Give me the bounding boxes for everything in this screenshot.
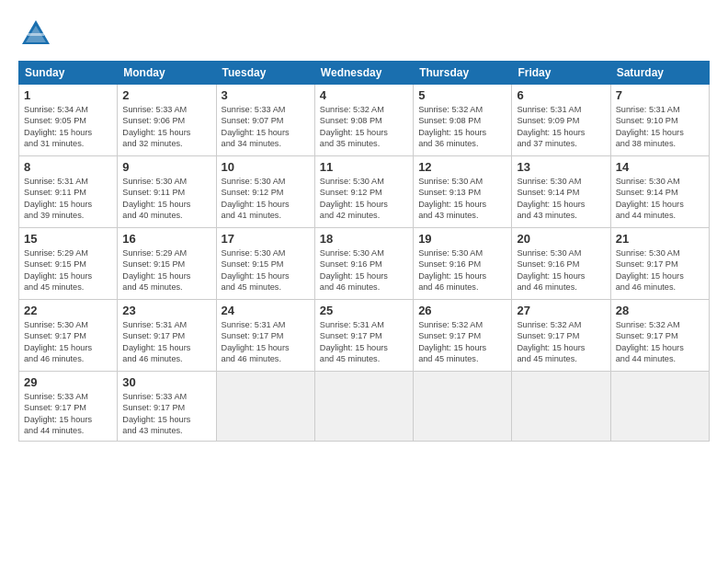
day-cell bbox=[314, 372, 413, 442]
week-row-1: 1Sunrise: 5:34 AM Sunset: 9:05 PM Daylig… bbox=[19, 85, 710, 156]
day-number: 25 bbox=[320, 304, 408, 317]
day-cell: 14Sunrise: 5:30 AM Sunset: 9:14 PM Dayli… bbox=[610, 156, 709, 228]
day-number: 24 bbox=[222, 304, 310, 317]
week-row-4: 22Sunrise: 5:30 AM Sunset: 9:17 PM Dayli… bbox=[19, 300, 710, 372]
day-cell: 26Sunrise: 5:32 AM Sunset: 9:17 PM Dayli… bbox=[414, 300, 512, 372]
day-cell: 22Sunrise: 5:30 AM Sunset: 9:17 PM Dayli… bbox=[19, 300, 118, 372]
day-cell bbox=[512, 372, 610, 442]
calendar-table: SundayMondayTuesdayWednesdayThursdayFrid… bbox=[18, 61, 710, 442]
day-number: 27 bbox=[517, 304, 605, 317]
day-cell: 13Sunrise: 5:30 AM Sunset: 9:14 PM Dayli… bbox=[512, 156, 610, 228]
day-info: Sunrise: 5:30 AM Sunset: 9:16 PM Dayligh… bbox=[418, 247, 506, 293]
day-info: Sunrise: 5:32 AM Sunset: 9:17 PM Dayligh… bbox=[418, 319, 506, 365]
day-number: 28 bbox=[616, 304, 704, 317]
day-cell: 16Sunrise: 5:29 AM Sunset: 9:15 PM Dayli… bbox=[118, 228, 216, 300]
day-info: Sunrise: 5:30 AM Sunset: 9:17 PM Dayligh… bbox=[24, 319, 112, 365]
logo-icon bbox=[18, 17, 53, 52]
day-number: 9 bbox=[122, 160, 210, 174]
week-row-5: 29Sunrise: 5:33 AM Sunset: 9:17 PM Dayli… bbox=[19, 372, 710, 442]
day-cell: 24Sunrise: 5:31 AM Sunset: 9:17 PM Dayli… bbox=[216, 300, 314, 372]
week-row-2: 8Sunrise: 5:31 AM Sunset: 9:11 PM Daylig… bbox=[19, 156, 710, 228]
day-number: 12 bbox=[418, 160, 506, 174]
day-number: 14 bbox=[616, 160, 704, 174]
day-info: Sunrise: 5:31 AM Sunset: 9:11 PM Dayligh… bbox=[24, 176, 112, 222]
day-number: 15 bbox=[24, 232, 112, 246]
day-number: 21 bbox=[616, 232, 704, 246]
day-cell: 2Sunrise: 5:33 AM Sunset: 9:06 PM Daylig… bbox=[118, 85, 216, 156]
day-cell bbox=[216, 372, 314, 442]
week-row-3: 15Sunrise: 5:29 AM Sunset: 9:15 PM Dayli… bbox=[19, 228, 710, 300]
day-cell: 17Sunrise: 5:30 AM Sunset: 9:15 PM Dayli… bbox=[216, 228, 314, 300]
day-cell: 8Sunrise: 5:31 AM Sunset: 9:11 PM Daylig… bbox=[19, 156, 118, 228]
day-info: Sunrise: 5:30 AM Sunset: 9:17 PM Dayligh… bbox=[616, 247, 704, 293]
col-header-saturday: Saturday bbox=[610, 62, 709, 85]
day-number: 7 bbox=[616, 88, 704, 102]
day-info: Sunrise: 5:30 AM Sunset: 9:14 PM Dayligh… bbox=[517, 176, 605, 222]
col-header-tuesday: Tuesday bbox=[216, 62, 314, 85]
day-number: 17 bbox=[222, 232, 310, 246]
header bbox=[18, 17, 710, 52]
day-number: 16 bbox=[122, 232, 210, 246]
day-cell: 30Sunrise: 5:33 AM Sunset: 9:17 PM Dayli… bbox=[118, 372, 216, 442]
day-cell bbox=[610, 372, 709, 442]
day-number: 29 bbox=[24, 375, 112, 389]
day-cell: 28Sunrise: 5:32 AM Sunset: 9:17 PM Dayli… bbox=[610, 300, 709, 372]
day-info: Sunrise: 5:31 AM Sunset: 9:17 PM Dayligh… bbox=[320, 319, 408, 365]
day-cell: 21Sunrise: 5:30 AM Sunset: 9:17 PM Dayli… bbox=[610, 228, 709, 300]
day-number: 30 bbox=[122, 375, 210, 389]
day-cell: 27Sunrise: 5:32 AM Sunset: 9:17 PM Dayli… bbox=[512, 300, 610, 372]
day-cell: 9Sunrise: 5:30 AM Sunset: 9:11 PM Daylig… bbox=[118, 156, 216, 228]
day-number: 13 bbox=[517, 160, 605, 174]
day-cell: 18Sunrise: 5:30 AM Sunset: 9:16 PM Dayli… bbox=[314, 228, 413, 300]
day-info: Sunrise: 5:30 AM Sunset: 9:13 PM Dayligh… bbox=[418, 176, 506, 222]
day-info: Sunrise: 5:30 AM Sunset: 9:14 PM Dayligh… bbox=[616, 176, 704, 222]
day-info: Sunrise: 5:33 AM Sunset: 9:06 PM Dayligh… bbox=[122, 104, 210, 150]
day-number: 26 bbox=[418, 304, 506, 317]
day-info: Sunrise: 5:31 AM Sunset: 9:17 PM Dayligh… bbox=[122, 319, 210, 365]
day-number: 6 bbox=[517, 88, 605, 102]
day-number: 1 bbox=[24, 88, 112, 102]
day-cell: 19Sunrise: 5:30 AM Sunset: 9:16 PM Dayli… bbox=[414, 228, 512, 300]
svg-rect-2 bbox=[28, 33, 44, 36]
day-cell: 12Sunrise: 5:30 AM Sunset: 9:13 PM Dayli… bbox=[414, 156, 512, 228]
day-info: Sunrise: 5:30 AM Sunset: 9:16 PM Dayligh… bbox=[517, 247, 605, 293]
day-info: Sunrise: 5:29 AM Sunset: 9:15 PM Dayligh… bbox=[122, 247, 210, 293]
day-cell: 10Sunrise: 5:30 AM Sunset: 9:12 PM Dayli… bbox=[216, 156, 314, 228]
day-number: 3 bbox=[222, 88, 310, 102]
col-header-monday: Monday bbox=[118, 62, 216, 85]
day-cell: 11Sunrise: 5:30 AM Sunset: 9:12 PM Dayli… bbox=[314, 156, 413, 228]
logo bbox=[18, 17, 59, 52]
col-header-thursday: Thursday bbox=[414, 62, 512, 85]
day-number: 10 bbox=[222, 160, 310, 174]
day-number: 8 bbox=[24, 160, 112, 174]
col-header-sunday: Sunday bbox=[19, 62, 118, 85]
day-info: Sunrise: 5:30 AM Sunset: 9:15 PM Dayligh… bbox=[222, 247, 310, 293]
day-number: 11 bbox=[320, 160, 408, 174]
day-info: Sunrise: 5:31 AM Sunset: 9:09 PM Dayligh… bbox=[517, 104, 605, 150]
day-info: Sunrise: 5:33 AM Sunset: 9:17 PM Dayligh… bbox=[24, 391, 112, 437]
day-info: Sunrise: 5:33 AM Sunset: 9:07 PM Dayligh… bbox=[222, 104, 310, 150]
day-info: Sunrise: 5:30 AM Sunset: 9:16 PM Dayligh… bbox=[320, 247, 408, 293]
header-row: SundayMondayTuesdayWednesdayThursdayFrid… bbox=[19, 62, 710, 85]
day-number: 5 bbox=[418, 88, 506, 102]
day-number: 23 bbox=[122, 304, 210, 317]
day-cell bbox=[414, 372, 512, 442]
day-info: Sunrise: 5:32 AM Sunset: 9:17 PM Dayligh… bbox=[616, 319, 704, 365]
page: SundayMondayTuesdayWednesdayThursdayFrid… bbox=[0, 0, 728, 563]
day-cell: 6Sunrise: 5:31 AM Sunset: 9:09 PM Daylig… bbox=[512, 85, 610, 156]
col-header-friday: Friday bbox=[512, 62, 610, 85]
day-info: Sunrise: 5:33 AM Sunset: 9:17 PM Dayligh… bbox=[122, 391, 210, 437]
day-cell: 5Sunrise: 5:32 AM Sunset: 9:08 PM Daylig… bbox=[414, 85, 512, 156]
col-header-wednesday: Wednesday bbox=[314, 62, 413, 85]
day-cell: 20Sunrise: 5:30 AM Sunset: 9:16 PM Dayli… bbox=[512, 228, 610, 300]
day-info: Sunrise: 5:30 AM Sunset: 9:12 PM Dayligh… bbox=[222, 176, 310, 222]
day-cell: 29Sunrise: 5:33 AM Sunset: 9:17 PM Dayli… bbox=[19, 372, 118, 442]
day-cell: 1Sunrise: 5:34 AM Sunset: 9:05 PM Daylig… bbox=[19, 85, 118, 156]
day-cell: 7Sunrise: 5:31 AM Sunset: 9:10 PM Daylig… bbox=[610, 85, 709, 156]
day-info: Sunrise: 5:30 AM Sunset: 9:11 PM Dayligh… bbox=[122, 176, 210, 222]
day-number: 19 bbox=[418, 232, 506, 246]
day-number: 2 bbox=[122, 88, 210, 102]
day-info: Sunrise: 5:32 AM Sunset: 9:08 PM Dayligh… bbox=[418, 104, 506, 150]
day-number: 22 bbox=[24, 304, 112, 317]
day-info: Sunrise: 5:31 AM Sunset: 9:17 PM Dayligh… bbox=[222, 319, 310, 365]
